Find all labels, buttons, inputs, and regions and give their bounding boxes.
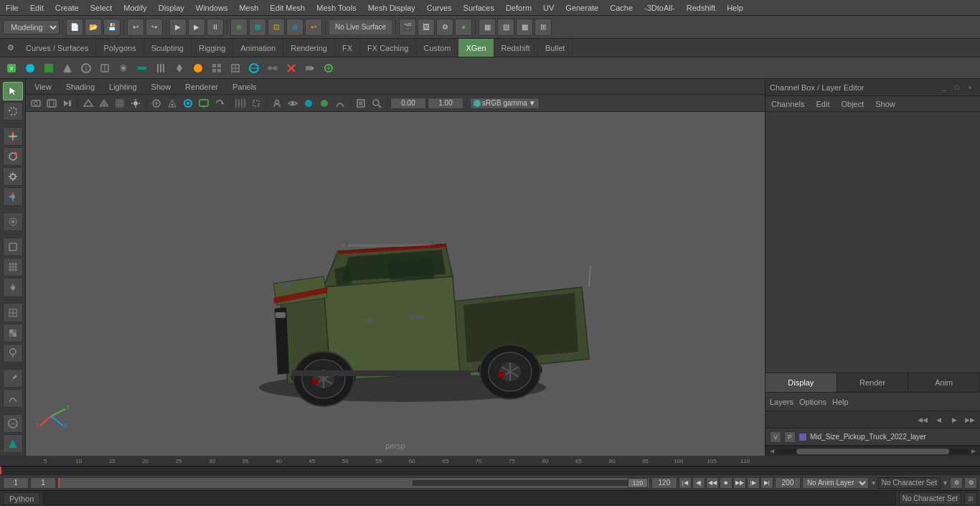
vp-video-icon[interactable] <box>60 97 75 110</box>
menu-mesh[interactable]: Mesh <box>233 2 264 14</box>
channels-edit-tab[interactable]: Edit <box>813 98 832 110</box>
menu-generate[interactable]: Generate <box>560 2 604 14</box>
panels-menu[interactable]: Panels <box>230 81 260 93</box>
snap-view-btn[interactable]: ↩ <box>305 19 322 36</box>
show-menu[interactable]: Show <box>149 81 174 93</box>
vp-field-2[interactable]: 1.00 <box>428 98 463 109</box>
layer-playback-badge[interactable]: P <box>784 431 796 443</box>
menu-mesh-tools[interactable]: Mesh Tools <box>311 2 362 14</box>
show-manip-btn[interactable] <box>3 238 23 256</box>
vp-refresh-icon[interactable] <box>212 97 227 110</box>
panel-close-btn[interactable]: × <box>964 82 976 93</box>
layer-next-btn[interactable]: ▶▶ <box>963 413 977 426</box>
vp-iso-icon[interactable] <box>354 97 368 110</box>
layer-visibility-badge[interactable]: V <box>770 431 781 443</box>
scroll-thumb[interactable] <box>796 449 950 454</box>
vp-grid-icon[interactable] <box>233 97 248 110</box>
xgen-icon-11[interactable] <box>189 60 207 77</box>
vp-field-1[interactable]: 0.00 <box>390 98 426 109</box>
layout-btn4[interactable]: ⊞ <box>534 19 552 36</box>
rotate-tool-btn[interactable] <box>3 147 23 166</box>
scroll-track[interactable] <box>777 449 969 454</box>
xgen-icon-8[interactable] <box>133 60 151 77</box>
soft-mod-btn[interactable] <box>3 212 23 231</box>
play-back-btn[interactable]: ◀◀ <box>706 477 719 489</box>
paint-skin-btn[interactable] <box>3 344 23 362</box>
panel-maximize-btn[interactable]: □ <box>951 82 963 93</box>
transform-btn3[interactable]: ⏸ <box>207 19 224 36</box>
menu-surfaces[interactable]: Surfaces <box>458 2 500 14</box>
scroll-right-arrow[interactable]: ▶ <box>969 446 979 456</box>
vp-film-icon[interactable] <box>44 97 59 110</box>
xgen-icon-7[interactable] <box>115 60 132 77</box>
brush-tool-btn[interactable] <box>3 369 23 388</box>
vp-display-icon[interactable] <box>197 97 211 110</box>
render-pause-btn[interactable]: ● <box>455 19 472 36</box>
vp-textured-icon[interactable] <box>113 97 127 110</box>
layer-color-swatch[interactable] <box>798 433 807 441</box>
play-forward-btn[interactable]: ▶▶ <box>733 477 746 489</box>
status-settings-btn[interactable]: ⊞ <box>964 492 977 505</box>
vp-eye-icon[interactable] <box>286 97 300 110</box>
menu-modify[interactable]: Modify <box>118 2 152 14</box>
move-tool-btn[interactable] <box>3 127 23 146</box>
tab-sculpting[interactable]: Sculpting <box>144 39 192 57</box>
tab-rigging[interactable]: Rigging <box>192 39 233 57</box>
menu-file[interactable]: File <box>0 2 24 14</box>
layer-step-prev-btn[interactable]: ◀ <box>931 413 946 426</box>
xgen-icon-18[interactable] <box>320 60 337 77</box>
vp-toggle-icon[interactable] <box>181 97 195 110</box>
lattice-btn[interactable] <box>3 303 23 322</box>
frame-input-start[interactable]: 1 <box>30 477 56 489</box>
vp-snap-icon[interactable] <box>149 97 164 110</box>
universal-manip-btn[interactable] <box>3 187 23 206</box>
tab-custom[interactable]: Custom <box>417 39 459 57</box>
xgen-icon-15[interactable] <box>264 60 281 77</box>
range-end-input[interactable]: 200 <box>775 477 801 489</box>
display-tab-render[interactable]: Render <box>837 373 909 392</box>
vp-arc-icon[interactable] <box>333 97 347 110</box>
menu-redshift[interactable]: Redshift <box>681 2 721 14</box>
display-tab-display[interactable]: Display <box>765 373 837 392</box>
layers-options-menu[interactable]: Options <box>799 398 826 406</box>
sculpt-btn[interactable] <box>3 414 23 433</box>
timeline-range-bar[interactable]: 120 <box>57 477 650 489</box>
tab-polygons[interactable]: Polygons <box>96 39 143 57</box>
save-scene-btn[interactable]: 💾 <box>103 19 121 36</box>
xgen-icon-12[interactable] <box>208 60 225 77</box>
xgen-icon-17[interactable] <box>301 60 319 77</box>
jump-start-btn[interactable]: |◀ <box>679 477 692 489</box>
vp-solid-icon[interactable] <box>97 97 111 110</box>
xgen-icon-3[interactable] <box>40 60 57 77</box>
ipr-render-btn[interactable]: 🖼 <box>418 19 435 36</box>
xgen-logo-btn[interactable] <box>3 434 23 453</box>
menu-uv[interactable]: UV <box>537 2 560 14</box>
tab-settings-btn[interactable]: ⚙ <box>3 40 19 56</box>
vp-camera-icon[interactable] <box>29 97 43 110</box>
menu-edit-mesh[interactable]: Edit Mesh <box>264 2 311 14</box>
menu-select[interactable]: Select <box>85 2 118 14</box>
undo-btn[interactable]: ↩ <box>127 19 144 36</box>
new-scene-btn[interactable]: 📄 <box>66 19 83 36</box>
layout-btn3[interactable]: ▩ <box>516 19 533 36</box>
vp-solid-toggle-icon[interactable] <box>301 97 316 110</box>
timeline-strip[interactable] <box>0 466 980 474</box>
renderer-menu[interactable]: Renderer <box>182 81 221 93</box>
char-set-arrow[interactable]: ▼ <box>942 479 948 487</box>
menu-help[interactable]: Help <box>721 2 749 14</box>
add-div-btn[interactable] <box>3 324 23 342</box>
frame-input-current[interactable]: 1 <box>3 477 29 489</box>
menu-cache[interactable]: Cache <box>604 2 639 14</box>
channels-tab[interactable]: Channels <box>768 98 807 110</box>
shading-menu[interactable]: Shading <box>63 81 98 93</box>
view-menu[interactable]: View <box>32 81 55 93</box>
tab-curves-surfaces[interactable]: Curves / Surfaces <box>19 39 96 57</box>
display-tab-anim[interactable]: Anim <box>908 373 980 392</box>
snap-curve-btn[interactable]: ⊞ <box>249 19 266 36</box>
menu-3dtool[interactable]: -3DtoAll- <box>639 2 681 14</box>
step-forward-btn[interactable]: |▶ <box>747 477 760 489</box>
flow-path-btn[interactable] <box>3 389 23 408</box>
lasso-select-btn[interactable] <box>3 102 23 121</box>
tab-rendering[interactable]: Rendering <box>283 39 335 57</box>
layers-help-menu[interactable]: Help <box>832 398 849 406</box>
